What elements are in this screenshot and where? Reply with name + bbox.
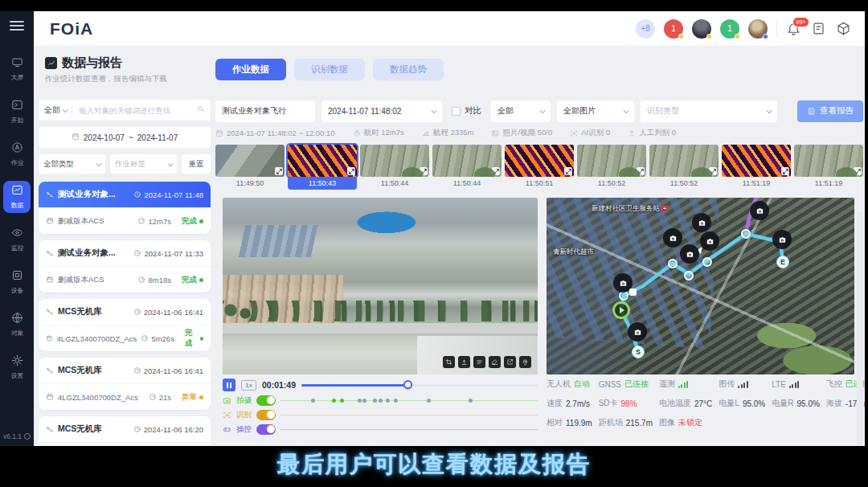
search-input[interactable]	[77, 105, 197, 116]
upload-icon[interactable]	[458, 356, 470, 368]
aerial-trees	[223, 301, 538, 321]
sidebar-item-start[interactable]: 开始	[3, 96, 31, 128]
media-thumbnail[interactable]: 11:49:50	[215, 145, 285, 190]
camera-marker-icon[interactable]	[613, 273, 633, 293]
camera-marker-icon[interactable]	[680, 244, 699, 264]
expand-icon[interactable]	[347, 167, 355, 175]
telemetry-item: 遥测	[659, 379, 712, 390]
sidebar-item-bigscreen[interactable]: 大屏	[3, 53, 31, 85]
expand-icon[interactable]	[492, 167, 500, 175]
mission-name-input[interactable]: 测试业务对象飞行	[215, 100, 315, 122]
thumbnail-timestamp: 11:50:52	[649, 177, 719, 190]
search-scope-select[interactable]: 全部	[44, 104, 60, 116]
flight-map[interactable]: 新建村社区卫生服务站+ 青新时代超市 E	[547, 198, 854, 374]
job-time: 2024-11-07 11:48	[144, 190, 203, 199]
expand-icon[interactable]	[854, 167, 862, 175]
compare-checkbox[interactable]: 对比	[448, 105, 485, 117]
job-card[interactable]: MCS无机库 2024-11-06 16:41 4LGZL3400700DZ_A…	[39, 358, 211, 410]
job-card[interactable]: 测试业务对象... 2024-11-07 11:48 删减版本ACS 12m7s…	[39, 182, 211, 234]
notes-icon[interactable]	[811, 21, 827, 37]
data-tabs: 作业数据 识别数据 数据趋势	[215, 59, 444, 80]
sidebar-item-mission[interactable]: 作业	[3, 138, 31, 170]
waypoint-marker[interactable]	[668, 259, 678, 268]
sidebar-item-settings[interactable]: 设置	[3, 351, 31, 383]
cube-apps-icon[interactable]	[836, 21, 852, 37]
job-card[interactable]: 测试业务对象... 2024-11-07 11:33 删减版本ACS 8m18s…	[39, 240, 211, 293]
distance-icon	[422, 129, 430, 137]
camera-marker-icon[interactable]	[750, 201, 769, 220]
expand-icon[interactable]	[637, 167, 645, 175]
playback-speed-button[interactable]: 1x	[241, 380, 256, 391]
sidebar-item-data[interactable]: 数据	[3, 181, 31, 213]
seek-slider[interactable]	[301, 380, 538, 390]
sidebar-item-device[interactable]: 设备	[3, 266, 31, 298]
share-icon[interactable]	[504, 356, 516, 368]
waypoint-marker[interactable]	[741, 229, 751, 239]
sidebar-item-object[interactable]: 对象	[3, 309, 31, 341]
capture-track: 拍摄	[223, 393, 538, 407]
camera-marker-icon[interactable]	[772, 230, 792, 249]
avatar[interactable]	[748, 19, 768, 39]
media-thumbnail[interactable]: 11:50:52	[649, 145, 719, 190]
expand-icon[interactable]	[709, 167, 717, 175]
waypoint-marker[interactable]	[702, 257, 712, 267]
menu-icon[interactable]	[10, 21, 24, 31]
sidebar-item-monitor[interactable]: 监控	[3, 223, 31, 256]
media-thumbnail[interactable]: 11:50:44	[360, 145, 429, 190]
slider-handle[interactable]	[403, 380, 412, 389]
camera-marker-icon[interactable]	[692, 213, 711, 232]
all-filter-select[interactable]: 全部	[491, 100, 551, 122]
date-range-picker[interactable]: 2024-10-07 ~ 2024-11-07	[39, 127, 211, 148]
sidebar-item-label: 设置	[10, 371, 23, 380]
play-position-marker[interactable]	[612, 301, 630, 319]
tab-job-data[interactable]: 作业数据	[215, 59, 286, 80]
expand-icon[interactable]	[564, 167, 572, 175]
media-thumbnail[interactable]: 11:50:52	[577, 145, 646, 190]
job-card[interactable]: MCS无机库 2024-11-06 16:20 4LGZL3400700DZ_A…	[39, 416, 211, 445]
camera-marker-icon[interactable]	[663, 228, 682, 248]
list-icon[interactable]	[473, 356, 485, 368]
media-thumbnail[interactable]: 11:51:19	[722, 145, 791, 190]
video-player-view[interactable]	[223, 198, 538, 374]
expand-icon[interactable]	[781, 167, 789, 175]
control-toggle[interactable]	[256, 424, 276, 435]
tab-data-trend[interactable]: 数据趋势	[373, 59, 444, 80]
type-filter-select[interactable]: 全部类型	[39, 154, 105, 174]
media-thumbnail[interactable]: 11:50:44	[432, 145, 502, 190]
recognition-type-select[interactable]: 识别类型	[641, 100, 777, 122]
media-thumbnail[interactable]: 11:50:51	[505, 145, 574, 190]
expand-icon[interactable]	[420, 167, 428, 175]
notification-bell-icon[interactable]: 99+	[786, 21, 802, 37]
pause-button[interactable]	[223, 379, 235, 391]
avatar[interactable]: 1	[664, 19, 683, 39]
tab-recognition-data[interactable]: 识别数据	[294, 59, 365, 80]
media-thumbnail[interactable]: 11:51:19	[794, 145, 863, 190]
avatar[interactable]	[692, 19, 711, 39]
route-end-marker[interactable]: E	[776, 256, 789, 268]
camera-marker-icon[interactable]	[628, 322, 647, 342]
reset-button[interactable]: 重置	[182, 154, 211, 174]
recognition-toggle[interactable]	[256, 410, 276, 420]
image-filter-select[interactable]: 全部图片	[557, 100, 634, 122]
job-device: 删减版本ACS	[58, 216, 104, 227]
edit-icon[interactable]	[489, 356, 501, 368]
expand-icon[interactable]	[275, 167, 283, 175]
waypoint-marker[interactable]	[684, 271, 694, 280]
camera-marker-icon[interactable]	[700, 231, 719, 251]
location-pin-icon[interactable]	[519, 356, 531, 368]
capture-toggle[interactable]	[256, 395, 276, 406]
scrollbar[interactable]	[857, 211, 863, 444]
help-icon[interactable]	[24, 433, 31, 440]
avatar[interactable]: +8	[636, 19, 655, 39]
crop-icon[interactable]	[443, 356, 455, 368]
sidebar-item-label: 对象	[10, 329, 23, 338]
avatar[interactable]: 1	[720, 19, 739, 39]
date-from: 2024-10-07	[84, 133, 125, 142]
media-thumbnail[interactable]: 11:50:43	[288, 145, 357, 190]
search-icon[interactable]	[197, 105, 205, 115]
tag-filter-select[interactable]: 作业标签	[110, 154, 177, 174]
flight-time-select[interactable]: 2024-11-07 11:48:02	[321, 100, 442, 122]
route-start-marker[interactable]: S	[632, 346, 645, 358]
view-report-button[interactable]: 查看报告	[797, 100, 863, 122]
job-card[interactable]: MCS无机库 2024-11-06 16:41 4LGZL3400700DZ_A…	[39, 299, 211, 351]
